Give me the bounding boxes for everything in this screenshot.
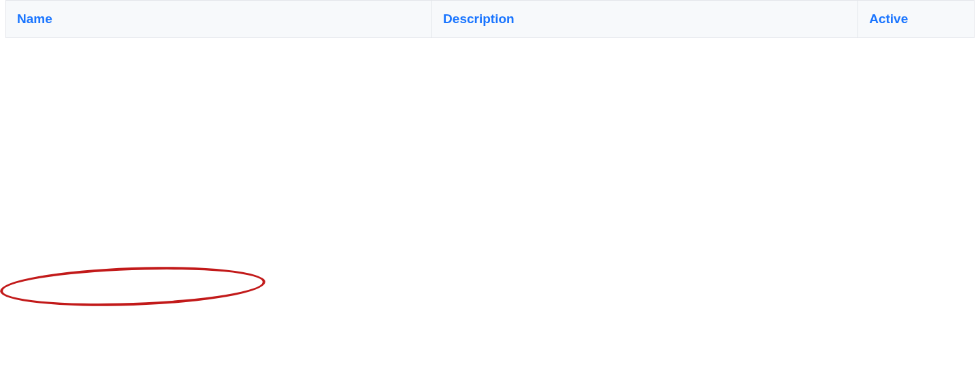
column-header-name[interactable]: Name [6,1,432,38]
column-header-active[interactable]: Active [858,1,975,38]
table-header-row: Name Description Active [6,1,975,38]
column-header-description[interactable]: Description [432,1,858,38]
features-table: Name Description Active [5,0,975,38]
annotation-highlight-ellipse [0,263,266,310]
